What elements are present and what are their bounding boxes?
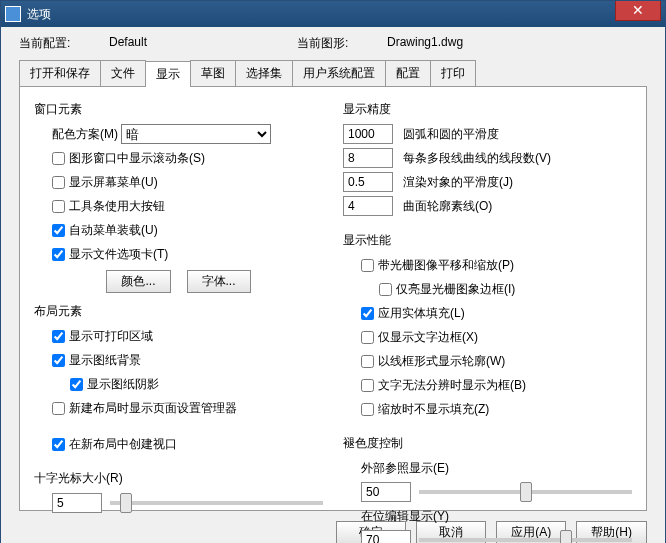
render-smoothness-label: 渲染对象的平滑度(J) bbox=[403, 174, 513, 191]
app-icon bbox=[5, 6, 21, 22]
cb-screen-menu[interactable]: 显示屏幕菜单(U) bbox=[52, 174, 158, 191]
cb-text-boundary[interactable]: 仅显示文字边框(X) bbox=[361, 329, 478, 346]
surface-contour-label: 曲面轮廓素线(O) bbox=[403, 198, 492, 215]
cb-highlight-raster-frame[interactable]: 仅亮显光栅图象边框(I) bbox=[379, 281, 515, 298]
cb-wireframe-silhouette[interactable]: 以线框形式显示轮廓(W) bbox=[361, 353, 505, 370]
right-column: 显示精度 圆弧和圆的平滑度 每条多段线曲线的线段数(V) 渲染对象的平滑度(J)… bbox=[343, 97, 632, 500]
color-scheme-label: 配色方案(M) bbox=[52, 126, 118, 143]
current-config-label: 当前配置: bbox=[19, 35, 99, 52]
layout-elements-title: 布局元素 bbox=[34, 303, 323, 320]
tab-open-save[interactable]: 打开和保存 bbox=[19, 60, 101, 86]
cb-pan-raster[interactable]: 带光栅图像平移和缩放(P) bbox=[361, 257, 514, 274]
cb-no-fill-zoom[interactable]: 缩放时不显示填充(Z) bbox=[361, 401, 489, 418]
left-column: 窗口元素 配色方案(M) 暗 图形窗口中显示滚动条(S) 显示屏幕菜单(U) 工… bbox=[34, 97, 323, 500]
current-config-value: Default bbox=[109, 35, 147, 52]
close-button[interactable]: ✕ bbox=[615, 1, 661, 21]
color-scheme-row: 配色方案(M) 暗 bbox=[34, 124, 323, 144]
tab-display[interactable]: 显示 bbox=[145, 61, 191, 87]
xref-fade-label: 外部参照显示(E) bbox=[361, 460, 449, 477]
content-area: 当前配置: Default 当前图形: Drawing1.dwg 打开和保存 文… bbox=[1, 27, 665, 543]
fonts-button[interactable]: 字体... bbox=[187, 270, 251, 293]
cb-print-area[interactable]: 显示可打印区域 bbox=[52, 328, 153, 345]
cb-large-buttons[interactable]: 工具条使用大按钮 bbox=[52, 198, 165, 215]
cb-scrollbars[interactable]: 图形窗口中显示滚动条(S) bbox=[52, 150, 205, 167]
cb-paper-shadow[interactable]: 显示图纸阴影 bbox=[70, 376, 159, 393]
fade-control-title: 褪色度控制 bbox=[343, 435, 632, 452]
cb-create-viewport[interactable]: 在新布局中创建视口 bbox=[52, 436, 177, 453]
display-precision-title: 显示精度 bbox=[343, 101, 632, 118]
colors-button[interactable]: 颜色... bbox=[106, 270, 170, 293]
title-bar: 选项 ✕ bbox=[1, 1, 665, 27]
cb-paper-bg[interactable]: 显示图纸背景 bbox=[52, 352, 141, 369]
current-drawing-value: Drawing1.dwg bbox=[387, 35, 463, 52]
current-drawing-label: 当前图形: bbox=[297, 35, 377, 52]
options-window: 选项 ✕ 当前配置: Default 当前图形: Drawing1.dwg 打开… bbox=[0, 0, 666, 543]
cb-file-tab[interactable]: 显示文件选项卡(T) bbox=[52, 246, 168, 263]
inplace-fade-slider[interactable] bbox=[419, 538, 632, 542]
display-performance-title: 显示性能 bbox=[343, 232, 632, 249]
cb-text-as-box[interactable]: 文字无法分辨时显示为框(B) bbox=[361, 377, 526, 394]
display-panel: 窗口元素 配色方案(M) 暗 图形窗口中显示滚动条(S) 显示屏幕菜单(U) 工… bbox=[19, 86, 647, 511]
tab-print[interactable]: 打印 bbox=[430, 60, 476, 86]
polyline-segments-label: 每条多段线曲线的线段数(V) bbox=[403, 150, 551, 167]
config-row: 当前配置: Default 当前图形: Drawing1.dwg bbox=[1, 27, 665, 56]
xref-fade-input[interactable] bbox=[361, 482, 411, 502]
tab-profile[interactable]: 配置 bbox=[385, 60, 431, 86]
surface-contour-input[interactable] bbox=[343, 196, 393, 216]
tab-selection[interactable]: 选择集 bbox=[235, 60, 293, 86]
crosshair-size-input[interactable] bbox=[52, 493, 102, 513]
window-title: 选项 bbox=[27, 6, 51, 23]
render-smoothness-input[interactable] bbox=[343, 172, 393, 192]
color-scheme-select[interactable]: 暗 bbox=[121, 124, 271, 144]
crosshair-size-title: 十字光标大小(R) bbox=[34, 470, 323, 487]
inplace-fade-label: 在位编辑显示(Y) bbox=[361, 508, 449, 525]
tab-bar: 打开和保存 文件 显示 草图 选择集 用户系统配置 配置 打印 bbox=[1, 60, 665, 86]
polyline-segments-input[interactable] bbox=[343, 148, 393, 168]
cb-auto-menu[interactable]: 自动菜单装载(U) bbox=[52, 222, 158, 239]
tab-sketch[interactable]: 草图 bbox=[190, 60, 236, 86]
tab-file[interactable]: 文件 bbox=[100, 60, 146, 86]
cb-new-layout-pagesetup[interactable]: 新建布局时显示页面设置管理器 bbox=[52, 400, 237, 417]
xref-fade-slider[interactable] bbox=[419, 490, 632, 494]
arc-smoothness-label: 圆弧和圆的平滑度 bbox=[403, 126, 499, 143]
tab-user-prefs[interactable]: 用户系统配置 bbox=[292, 60, 386, 86]
cb-solid-fill[interactable]: 应用实体填充(L) bbox=[361, 305, 465, 322]
inplace-fade-input[interactable] bbox=[361, 530, 411, 543]
crosshair-size-slider[interactable] bbox=[110, 501, 323, 505]
window-elements-title: 窗口元素 bbox=[34, 101, 323, 118]
arc-smoothness-input[interactable] bbox=[343, 124, 393, 144]
